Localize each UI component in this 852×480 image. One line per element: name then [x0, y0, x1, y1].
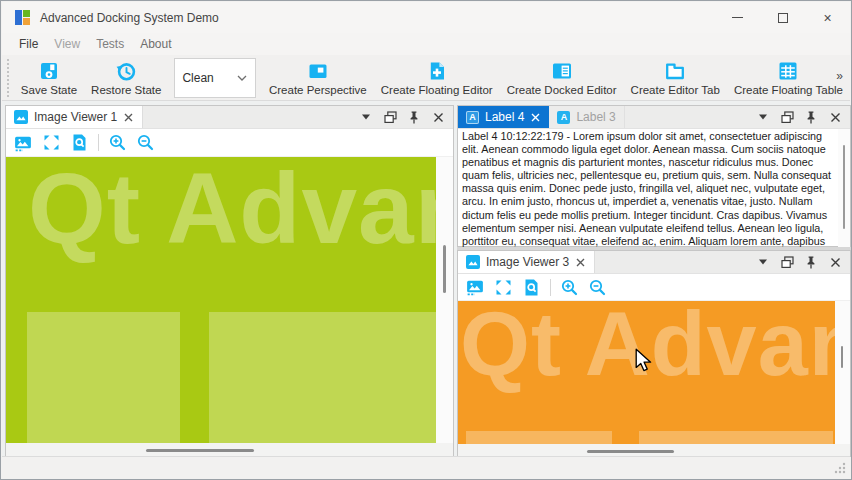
tab-label-3[interactable]: A Label 3	[549, 106, 624, 128]
document-plus-icon	[426, 59, 448, 83]
image-viewer-3-canvas[interactable]: Qt Advanc	[458, 301, 835, 444]
image-viewer-3-tabbar: Image Viewer 3	[458, 251, 850, 274]
zoom-document-button[interactable]	[522, 278, 541, 297]
window-title: Advanced Docking System Demo	[40, 11, 219, 25]
perspective-combobox[interactable]: Clean	[174, 58, 256, 98]
close-button[interactable]: ×	[805, 2, 850, 33]
restore-state-button[interactable]: Restore State	[84, 57, 168, 99]
toolbar-drag-handle[interactable]	[7, 59, 10, 97]
minimize-button[interactable]	[715, 2, 760, 33]
dock-close-button[interactable]	[430, 109, 446, 125]
float-icon	[383, 110, 398, 125]
dock-menu-button[interactable]	[755, 254, 771, 270]
tab-close-icon[interactable]	[530, 112, 541, 123]
create-docked-editor-button[interactable]: Create Docked Editor	[500, 57, 624, 99]
toolbar-separator	[550, 279, 551, 296]
chevron-down-icon	[236, 74, 248, 82]
fit-to-screen-button[interactable]	[42, 133, 61, 152]
history-icon	[115, 59, 137, 83]
tab-close-icon[interactable]	[575, 257, 586, 268]
dock-close-button[interactable]	[827, 109, 843, 125]
dock-pin-button[interactable]	[803, 254, 819, 270]
scrollbar-thumb[interactable]	[841, 346, 843, 368]
create-floating-editor-button[interactable]: Create Floating Editor	[374, 57, 500, 99]
zoom-out-button[interactable]	[136, 133, 155, 152]
dock-float-button[interactable]	[779, 254, 795, 270]
app-window: Advanced Docking System Demo × File View…	[0, 0, 852, 480]
title-bar: Advanced Docking System Demo ×	[2, 2, 850, 33]
menu-file[interactable]: File	[11, 35, 46, 53]
watermark-text: Qt Advanc	[28, 157, 436, 266]
mouse-cursor	[634, 348, 654, 372]
app-icon	[15, 10, 31, 26]
dropdown-arrow-icon	[757, 258, 769, 266]
dock-pin-button[interactable]	[406, 109, 422, 125]
toolbar-overflow-button[interactable]: »	[836, 69, 843, 83]
zoom-document-button[interactable]	[70, 133, 89, 152]
open-image-button[interactable]	[13, 133, 33, 153]
create-editor-tab-button[interactable]: Create Editor Tab	[624, 57, 727, 99]
dock-labels: A Label 4 A Label 3 Label 4 10:12:22:179…	[457, 105, 851, 247]
zoom-in-button[interactable]	[560, 278, 579, 297]
dock-menu-button[interactable]	[755, 109, 771, 125]
toolbar-separator	[98, 134, 99, 151]
close-icon	[829, 111, 842, 124]
dock-area: Image Viewer 1	[2, 101, 850, 458]
dock-float-button[interactable]	[779, 109, 795, 125]
open-image-button[interactable]	[465, 277, 485, 297]
close-icon	[432, 111, 445, 124]
fit-to-screen-button[interactable]	[494, 278, 513, 297]
pin-icon	[804, 110, 818, 125]
image-viewer-1-body: Qt Advanc	[6, 157, 453, 443]
create-perspective-button[interactable]: Create Perspective	[262, 57, 374, 99]
image-shape	[466, 431, 612, 444]
image-shape	[209, 312, 436, 443]
vertical-scrollbar[interactable]	[838, 129, 850, 248]
dock-menu-button[interactable]	[358, 109, 374, 125]
float-icon	[780, 255, 795, 270]
main-toolbar: Save State Restore State Clean Create Pe…	[2, 55, 850, 101]
zoom-in-button[interactable]	[108, 133, 127, 152]
label-4-content: Label 4 10:12:22:179 - Lorem ipsum dolor…	[458, 129, 850, 248]
scrollbar-thumb[interactable]	[587, 450, 674, 453]
image-viewer-1-canvas[interactable]: Qt Advanc	[6, 157, 436, 443]
minimize-icon	[732, 17, 743, 18]
save-state-button[interactable]: Save State	[14, 57, 84, 99]
dock-pin-button[interactable]	[803, 109, 819, 125]
tab-image-viewer-3[interactable]: Image Viewer 3	[458, 251, 595, 273]
tab-close-icon[interactable]	[123, 112, 134, 123]
image-icon	[14, 110, 28, 124]
table-grid-icon	[777, 59, 799, 83]
vertical-scrollbar[interactable]	[835, 301, 850, 444]
menu-tests[interactable]: Tests	[88, 35, 132, 53]
tab-image-viewer-1[interactable]: Image Viewer 1	[6, 106, 143, 128]
maximize-button[interactable]	[760, 2, 805, 33]
dropdown-arrow-icon	[360, 113, 372, 121]
menu-view[interactable]: View	[46, 35, 88, 53]
dock-image-viewer-3: Image Viewer 3	[457, 250, 851, 457]
window-controls: ×	[715, 2, 850, 33]
tab-label-4[interactable]: A Label 4	[458, 106, 549, 128]
menu-about[interactable]: About	[132, 35, 179, 53]
perspective-icon	[307, 59, 329, 83]
scrollbar-thumb[interactable]	[146, 449, 254, 452]
image-shape	[639, 431, 833, 444]
image-icon	[466, 255, 480, 269]
editor-tab-icon	[664, 59, 686, 83]
tab-label: Label 4	[485, 110, 524, 124]
dock-close-button[interactable]	[827, 254, 843, 270]
zoom-out-button[interactable]	[588, 278, 607, 297]
dock-float-button[interactable]	[382, 109, 398, 125]
image-shape	[27, 312, 180, 443]
resize-grip-icon[interactable]	[833, 461, 847, 475]
scrollbar-thumb[interactable]	[443, 245, 446, 293]
scrollbar-thumb[interactable]	[843, 145, 845, 229]
dock-titlebar-buttons	[755, 251, 850, 273]
tab-label: Image Viewer 1	[34, 110, 117, 124]
vertical-scrollbar[interactable]	[436, 157, 453, 443]
image-viewer-1-tabbar: Image Viewer 1	[6, 106, 453, 129]
horizontal-scrollbar[interactable]	[6, 443, 453, 457]
close-icon	[829, 256, 842, 269]
create-floating-table-button[interactable]: Create Floating Table	[727, 57, 850, 99]
tab-label: Image Viewer 3	[486, 255, 569, 269]
